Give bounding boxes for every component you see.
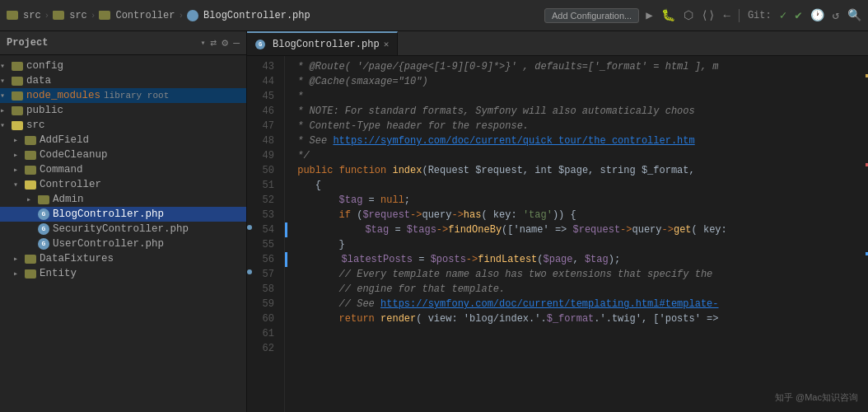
sidebar-header: Project ▾ ⇄ ⚙ — [0,31,246,55]
code-line-60: // engine for that template. [285,282,868,297]
tab-blogcontroller[interactable]: G BlogController.php ✕ [247,31,398,55]
tree-arrow-controller [13,180,25,190]
line-number-48: 48 [247,133,278,148]
git-revert-icon[interactable]: ↺ [833,8,839,22]
sidebar-item-public[interactable]: public [0,103,246,118]
sidebar-label-blogcontroller: BlogController.php [53,208,164,220]
folder-icon-entity [25,269,36,279]
breadcrumb-src2[interactable]: src [69,10,87,21]
code-line-55: } [285,237,868,252]
git-history-icon[interactable]: 🕐 [810,8,824,22]
sidebar-label-config: config [26,60,63,72]
tree-arrow-datafixtures [13,254,25,264]
line-number-55: 55 [247,237,278,252]
tree-arrow-public [0,105,12,115]
code-line-43: * @Route( '/page/{page<[1-9][0-9]*>}' , … [285,59,868,74]
library-label-node_modules: library root [104,91,169,101]
sidebar-item-command[interactable]: Command [0,162,246,177]
breadcrumb-file[interactable]: BlogController.php [203,10,310,21]
code-line-51: { [285,178,868,193]
code-line-54: $tag = $tags->findOneBy(['name' => $requ… [285,222,868,237]
search-icon[interactable]: 🔍 [847,8,861,22]
sidebar-label-command: Command [40,164,83,176]
tabs-bar: G BlogController.php ✕ [247,31,868,56]
coverage-icon[interactable]: ⬡ [684,8,693,22]
tree-arrow-codecleanup [13,150,25,160]
code-line-59: // Every template name also has two exte… [285,267,868,282]
tree-arrow-command [13,165,25,175]
sidebar-label-src: src [26,119,45,131]
sidebar-item-entity[interactable]: Entity [0,266,246,281]
profile-icon[interactable]: ⟨⟩ [702,8,716,22]
folder-icon-node_modules [12,91,23,101]
tab-label: BlogController.php [273,39,380,50]
tab-close-button[interactable]: ✕ [384,39,390,49]
run-icon[interactable]: ▶ [646,8,652,22]
line-number-47: 47 [247,119,278,133]
folder-icon-addfield [25,136,36,145]
folder-icon-admin [38,195,49,204]
sidebar-label-usercontroller: UserController.php [53,238,164,250]
code-content[interactable]: * @Route( '/page/{page<[1-9][0-9]*>}' , … [285,56,868,412]
sidebar-item-data[interactable]: data [0,73,246,88]
tree-arrow-admin [26,194,38,204]
sidebar-item-codecleanup[interactable]: CodeCleanup [0,147,246,162]
sidebar-label-codecleanup: CodeCleanup [40,149,108,161]
sidebar-settings-icon[interactable]: ⚙ [222,36,228,49]
back-icon[interactable]: ← [723,9,730,22]
sidebar-item-datafixtures[interactable]: DataFixtures [0,251,246,266]
git-checkmark-icon[interactable]: ✓ [780,8,786,22]
line-number-54: 54 [247,222,278,237]
code-line-62: return render( view: 'blog/index.'.$_for… [285,311,868,326]
sidebar-item-addfield[interactable]: AddField [0,133,246,147]
sidebar-label-securitycontroller: SecurityController.php [53,223,189,235]
editor-area: G BlogController.php ✕ 43444546474849505… [247,31,868,412]
sidebar-item-node_modules[interactable]: node_moduleslibrary root [0,88,246,103]
sidebar-label-controller: Controller [40,179,101,190]
breadcrumb-controller[interactable]: Controller [115,10,175,21]
debug-icon[interactable]: 🐛 [661,8,675,22]
line-number-60: 60 [247,311,278,326]
code-line-49: */ [285,148,868,163]
code-line-52: $tag = null; [285,193,868,208]
line-number-57: 57 [247,267,278,282]
sidebar-item-src[interactable]: src [0,118,246,133]
php-icon-blogcontroller: G [38,208,49,220]
line-number-46: 46 [247,104,278,119]
sidebar-label-datafixtures: DataFixtures [40,253,114,265]
sidebar-layout-icon[interactable]: ⇄ [211,36,217,49]
sidebar-item-blogcontroller[interactable]: GBlogController.php [0,207,246,222]
line-number-61: 61 [247,326,278,341]
sidebar-label-admin: Admin [53,194,84,205]
line-number-52: 52 [247,193,278,208]
sidebar-label-public: public [26,105,63,116]
add-configuration-button[interactable]: Add Configuration... [544,8,639,23]
breadcrumb-src1[interactable]: src [23,10,41,21]
titlebar: src › src › Controller › BlogController.… [0,0,868,31]
php-icon-securitycontroller: G [38,223,49,235]
sidebar-item-config[interactable]: config [0,59,246,73]
folder-icon-src [12,121,23,130]
git-tick-icon[interactable]: ✔ [795,8,801,22]
folder-icon-public [12,106,23,115]
folder-icon3 [99,11,110,20]
folder-icon [7,11,18,20]
sidebar-close-icon[interactable]: — [233,37,240,49]
line-number-58: 58 [247,282,278,297]
folder-icon2 [53,11,64,20]
main-layout: Project ▾ ⇄ ⚙ — configdatanode_modulesli… [0,31,868,412]
tree-arrow-data [0,76,12,86]
sidebar-item-controller[interactable]: Controller [0,177,246,192]
breadcrumb: src › src › Controller › BlogController.… [7,10,310,21]
tree-arrow-src [0,120,12,130]
line-number-53: 53 [247,208,278,222]
code-line-44: * @Cache(smaxage="10") [285,74,868,89]
line-number-49: 49 [247,148,278,163]
sidebar-item-securitycontroller[interactable]: GSecurityController.php [0,222,246,236]
sidebar-item-usercontroller[interactable]: GUserController.php [0,236,246,251]
sidebar-item-admin[interactable]: Admin [0,192,246,207]
sidebar-label-node_modules: node_modules [26,90,100,101]
folder-icon-datafixtures [25,255,36,264]
folder-icon-command [25,166,36,175]
folder-icon-codecleanup [25,151,36,160]
